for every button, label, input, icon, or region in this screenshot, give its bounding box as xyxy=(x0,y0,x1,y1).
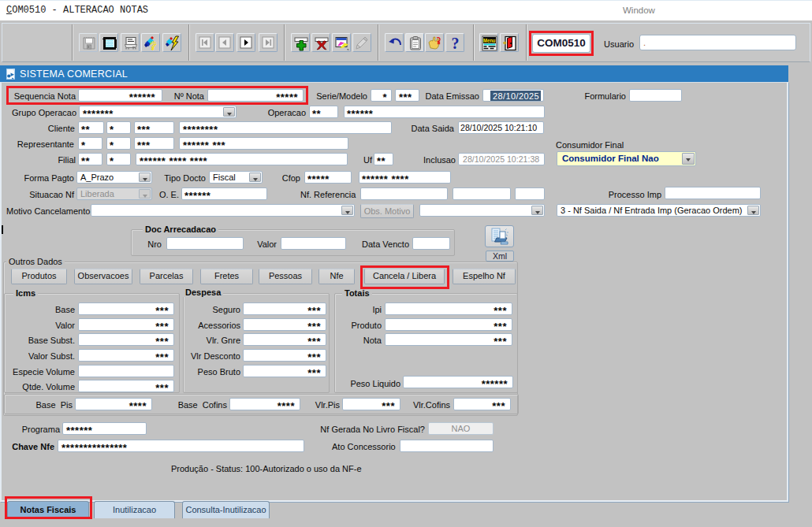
svg-text:Menu: Menu xyxy=(483,37,496,44)
svg-text:?: ? xyxy=(150,39,157,51)
svg-text:?: ? xyxy=(452,35,460,51)
